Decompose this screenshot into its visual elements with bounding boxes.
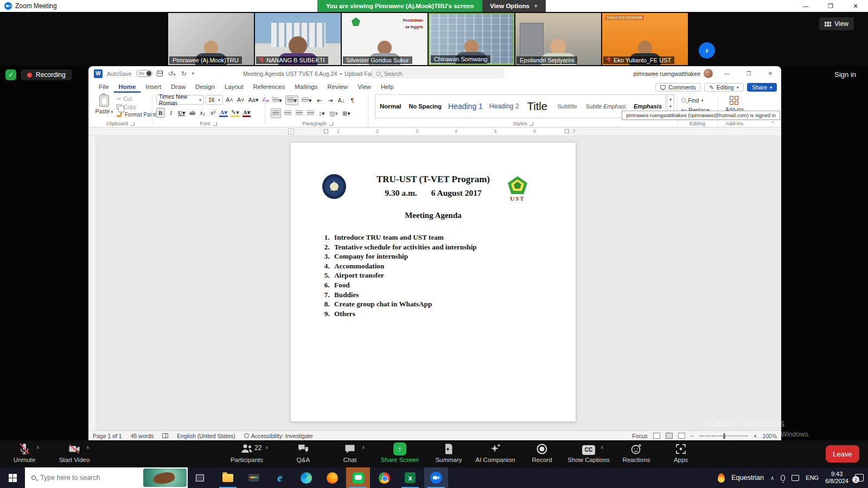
qat-customize-icon[interactable]: ▾ — [192, 71, 194, 76]
video-thumbnail[interactable]: Pendidikan sa Inggris Silvester Goridus … — [342, 13, 427, 65]
search-input[interactable] — [384, 70, 487, 77]
language-indicator[interactable]: English (United States) — [177, 433, 235, 439]
dialog-launcher-icon[interactable] — [213, 122, 217, 126]
tab-insert[interactable]: Insert — [141, 82, 166, 93]
minimize-button[interactable]: — — [793, 0, 818, 12]
addins-icon[interactable] — [730, 96, 739, 106]
style-subtle-emphasis[interactable]: Subtle Emphasi. — [583, 103, 630, 110]
summary-button[interactable]: Summary — [425, 442, 472, 463]
language-indicator[interactable]: ENG — [806, 474, 819, 481]
chrome-icon[interactable] — [372, 467, 396, 488]
sort-button[interactable]: A↓ — [337, 95, 346, 105]
tray-expand-icon[interactable]: ∧ — [770, 475, 774, 481]
vertical-ruler[interactable] — [88, 136, 96, 431]
multilevel-list-button[interactable]: ▾ — [301, 95, 313, 105]
dialog-launcher-icon[interactable] — [329, 122, 333, 126]
tab-selector[interactable]: ⌐ — [288, 129, 294, 134]
style-subtitle[interactable]: Subtitle — [552, 103, 583, 110]
save-icon[interactable] — [157, 70, 163, 76]
view-options-button[interactable]: View Options ▼ — [482, 0, 546, 12]
restore-button[interactable]: ❐ — [818, 0, 843, 12]
align-right-button[interactable] — [295, 108, 304, 118]
web-layout-button[interactable] — [678, 433, 685, 439]
find-button[interactable]: Find▾ — [681, 97, 703, 104]
print-layout-button[interactable] — [666, 433, 673, 439]
italic-button[interactable]: I — [167, 108, 175, 118]
word-search-box[interactable] — [372, 69, 504, 78]
horizontal-ruler[interactable]: ⌐ 1 2 3 4 5 6 7 — [88, 127, 781, 136]
tray-mic-icon[interactable] — [781, 475, 785, 481]
share-button[interactable]: Share▾ — [747, 83, 777, 92]
dialog-launcher-icon[interactable] — [529, 122, 533, 126]
reactions-button[interactable]: Reactions — [613, 442, 660, 463]
style-normal[interactable]: Normal — [375, 103, 406, 110]
show-captions-button[interactable]: CC∧ Show Captions — [565, 442, 612, 463]
participants-button[interactable]: 22∧ Participants — [224, 442, 270, 463]
apps-button[interactable]: Apps — [658, 442, 704, 463]
tab-draw[interactable]: Draw — [166, 82, 190, 93]
file-explorer-icon[interactable] — [216, 467, 240, 488]
page-indicator[interactable]: Page 1 of 1 — [93, 433, 122, 439]
tab-review[interactable]: Review — [322, 82, 353, 93]
decrease-indent-button[interactable]: ⇤ — [315, 95, 324, 105]
shrink-font-button[interactable]: A˅ — [236, 95, 246, 105]
chevron-up-icon[interactable]: ∧ — [265, 445, 269, 450]
proofing-icon[interactable] — [162, 433, 168, 438]
chevron-up-icon[interactable]: ∧ — [36, 445, 40, 450]
style-heading1[interactable]: Heading 1 — [445, 102, 486, 111]
style-title[interactable]: Title — [522, 100, 553, 113]
recording-badge[interactable]: Recording — [21, 69, 72, 80]
focus-mode-button[interactable]: Focus — [632, 433, 648, 439]
superscript-button[interactable]: x² — [208, 108, 217, 118]
paste-button[interactable]: Paste ▾ — [94, 95, 114, 114]
task-view-button[interactable] — [188, 467, 212, 488]
news-widget-label[interactable]: Equestrian — [731, 474, 764, 481]
line-spacing-button[interactable]: ↕▾ — [317, 108, 326, 118]
font-size-combo[interactable]: 16▾ — [206, 95, 223, 105]
unmute-button[interactable]: ∧ Unmute — [1, 442, 48, 463]
news-widget-icon[interactable] — [718, 473, 725, 483]
tab-design[interactable]: Design — [190, 82, 220, 93]
qa-button[interactable]: Q&A — [280, 442, 327, 463]
undo-icon[interactable]: ↺▾ — [168, 70, 176, 78]
zoom-taskbar-icon[interactable] — [424, 467, 448, 488]
borders-button[interactable]: ⊞▾ — [341, 108, 352, 118]
autosave-toggle[interactable]: On — [136, 70, 152, 77]
bullets-button[interactable]: ▾ — [271, 95, 283, 105]
minimize-button[interactable]: — — [716, 66, 738, 81]
chat-button[interactable]: ∧ Chat — [327, 442, 373, 463]
record-button[interactable]: Record — [519, 442, 565, 463]
document-page[interactable]: TRU-UST (T-VET Program) 9.30 a.m.6 Augus… — [290, 142, 576, 422]
firefox-icon[interactable] — [320, 467, 344, 488]
start-button[interactable] — [0, 467, 25, 488]
strikethrough-button[interactable]: ab — [188, 108, 196, 118]
justify-button[interactable] — [306, 108, 315, 118]
start-video-button[interactable]: ∧ Start Video — [51, 442, 98, 463]
notification-center-icon[interactable]: 2 — [855, 474, 864, 481]
meeting-security-shield-icon[interactable]: ✓ — [5, 69, 16, 80]
video-thumbnail[interactable]: Epsilandri Septyarini — [515, 13, 601, 65]
highlight-button[interactable]: ✎▾ — [230, 108, 240, 118]
read-mode-button[interactable] — [653, 433, 660, 439]
taskbar-search-input[interactable] — [40, 474, 127, 481]
font-name-combo[interactable]: Times New Roman▾ — [156, 95, 204, 105]
underline-button[interactable]: U▾ — [177, 108, 186, 118]
view-layout-button[interactable]: View — [819, 17, 854, 30]
taskbar-search[interactable] — [25, 467, 188, 488]
shading-button[interactable]: ▨▾ — [328, 108, 339, 118]
chevron-up-icon[interactable]: ∧ — [600, 445, 604, 450]
ai-companion-button[interactable]: AI Companion — [472, 442, 519, 463]
account-info[interactable]: pimrawee ruengwatthakee — [634, 66, 713, 81]
chevron-up-icon[interactable]: ∧ — [86, 445, 90, 450]
scanner-app-icon[interactable] — [242, 467, 266, 488]
style-heading2[interactable]: Heading 2 — [486, 102, 522, 110]
chevron-up-icon[interactable]: ∧ — [361, 445, 365, 450]
indent-marker[interactable] — [324, 129, 328, 133]
close-button[interactable]: ✕ — [760, 66, 781, 81]
tray-display-icon[interactable] — [792, 475, 799, 481]
text-effects-button[interactable]: A▾ — [219, 108, 228, 118]
grow-font-button[interactable]: A˄ — [225, 95, 234, 105]
numbering-button[interactable]: ▾ — [285, 95, 299, 105]
redo-icon[interactable]: ↻ — [181, 70, 187, 78]
zoom-slider[interactable] — [699, 435, 748, 436]
